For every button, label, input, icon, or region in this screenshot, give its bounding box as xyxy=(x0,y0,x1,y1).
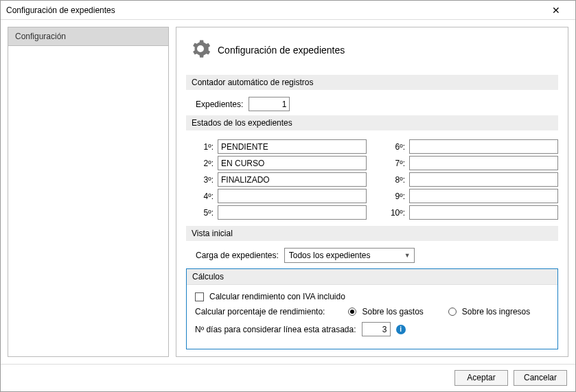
days-label: Nº días para considerar línea esta atras… xyxy=(195,325,356,334)
state-row-4: 4º: xyxy=(196,189,367,203)
counter-label: Expedientes: xyxy=(196,100,243,109)
state-input-7[interactable] xyxy=(409,156,558,170)
state-label-6: 6º: xyxy=(387,142,405,152)
iva-checkbox[interactable] xyxy=(195,292,204,301)
main-panel: Configuración de expedientes Contador au… xyxy=(176,27,568,357)
state-row-10: 10º: xyxy=(387,205,558,220)
days-input[interactable] xyxy=(362,322,391,336)
carga-select-wrap: Todos los expedientes ▼ xyxy=(284,248,415,263)
state-row-2: 2º: xyxy=(196,156,367,170)
radio-ingresos[interactable] xyxy=(448,308,457,316)
state-row-6: 6º: xyxy=(387,139,558,154)
state-label-4: 4º: xyxy=(196,192,214,201)
state-row-7: 7º: xyxy=(387,156,558,170)
days-row: Nº días para considerar línea esta atras… xyxy=(195,322,552,336)
carga-select[interactable]: Todos los expedientes xyxy=(284,248,415,263)
gear-icon xyxy=(190,38,211,61)
view-row: Carga de expedientes: Todos los expedien… xyxy=(186,248,558,263)
info-icon[interactable]: i xyxy=(396,325,406,334)
radio-gastos[interactable] xyxy=(348,308,356,316)
titlebar: Configuración de expedientes ✕ xyxy=(1,1,575,20)
states-grid: 1º: 2º: 3º: 4º: xyxy=(186,137,558,222)
state-label-3: 3º: xyxy=(196,175,214,185)
cancel-button-label: Cancelar xyxy=(524,373,557,382)
state-row-8: 8º: xyxy=(387,172,558,187)
sidebar-item-label: Configuración xyxy=(15,32,66,41)
state-input-10[interactable] xyxy=(409,205,558,220)
state-input-8[interactable] xyxy=(409,172,558,187)
dialog-window: Configuración de expedientes ✕ Configura… xyxy=(0,0,576,392)
ok-button[interactable]: Aceptar xyxy=(454,370,508,386)
radio-gastos-group[interactable]: Sobre los gastos xyxy=(348,307,423,316)
states-col-right: 6º: 7º: 8º: 9º: xyxy=(387,137,558,222)
radio-ingresos-group[interactable]: Sobre los ingresos xyxy=(448,307,530,316)
state-label-10: 10º: xyxy=(387,208,405,218)
state-row-1: 1º: xyxy=(196,139,367,154)
state-input-5[interactable] xyxy=(218,205,367,220)
calculos-group: Cálculos Calcular rendimiento con IVA in… xyxy=(186,268,558,349)
state-row-9: 9º: xyxy=(387,189,558,203)
iva-row: Calcular rendimiento con IVA incluido xyxy=(195,292,552,301)
state-label-2: 2º: xyxy=(196,159,214,168)
section-header-calc: Cálculos xyxy=(187,269,557,285)
view-label: Carga de expedientes: xyxy=(196,251,279,260)
state-input-2[interactable] xyxy=(218,156,367,170)
state-input-1[interactable] xyxy=(218,139,367,154)
state-row-5: 5º: xyxy=(196,205,367,220)
states-col-left: 1º: 2º: 3º: 4º: xyxy=(196,137,367,222)
state-row-3: 3º: xyxy=(196,172,367,187)
carga-select-value: Todos los expedientes xyxy=(289,251,371,260)
dialog-footer: Aceptar Cancelar xyxy=(1,364,575,391)
pct-row: Calcular porcentaje de rendimiento: Sobr… xyxy=(195,307,552,316)
state-label-1: 1º: xyxy=(196,142,214,152)
state-label-7: 7º: xyxy=(387,159,405,168)
panel-header: Configuración de expedientes xyxy=(186,34,558,71)
state-input-4[interactable] xyxy=(218,189,367,203)
sidebar: Configuración xyxy=(8,27,169,357)
dialog-body: Configuración Configuración de expedient… xyxy=(1,20,575,364)
sidebar-item-configuracion[interactable]: Configuración xyxy=(8,27,168,46)
cancel-button[interactable]: Cancelar xyxy=(514,370,567,386)
pct-label: Calcular porcentaje de rendimiento: xyxy=(195,307,325,316)
state-input-6[interactable] xyxy=(409,139,558,154)
ok-button-label: Aceptar xyxy=(467,373,495,382)
state-label-8: 8º: xyxy=(387,175,405,185)
state-label-9: 9º: xyxy=(387,192,405,201)
section-header-view: Vista inicial xyxy=(186,226,558,241)
chevron-down-icon: ▼ xyxy=(404,252,411,259)
panel-title: Configuración de expedientes xyxy=(218,45,345,56)
state-label-5: 5º: xyxy=(196,208,214,218)
section-header-states: Estados de los expedientes xyxy=(186,115,558,130)
section-header-counter: Contador automático de registros xyxy=(186,75,558,90)
radio-gastos-label: Sobre los gastos xyxy=(362,307,423,316)
iva-label: Calcular rendimiento con IVA incluido xyxy=(209,292,345,301)
window-title: Configuración de expedientes xyxy=(6,5,542,15)
counter-row: Expedientes: xyxy=(186,97,558,111)
calc-body: Calcular rendimiento con IVA incluido Ca… xyxy=(187,292,557,349)
state-input-9[interactable] xyxy=(409,189,558,203)
radio-ingresos-label: Sobre los ingresos xyxy=(462,307,530,316)
state-input-3[interactable] xyxy=(218,172,367,187)
close-button[interactable]: ✕ xyxy=(542,5,570,16)
expedientes-input[interactable] xyxy=(249,97,290,111)
